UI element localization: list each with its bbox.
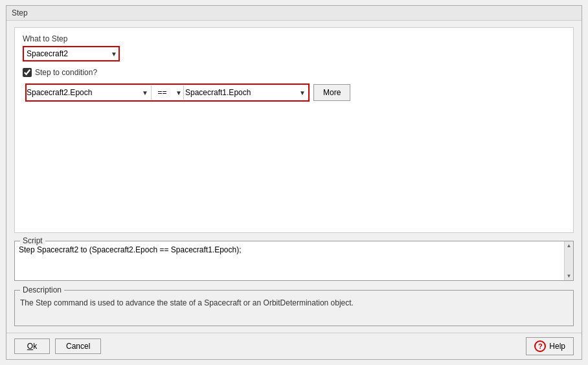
- condition-left-select[interactable]: Spacecraft2.Epoch Spacecraft1.Epoch: [27, 85, 150, 100]
- condition-left-wrapper: Spacecraft2.Epoch Spacecraft1.Epoch ▼: [27, 85, 152, 100]
- step-dialog: Step What to Step Spacecraft2 Spacecraft…: [6, 5, 582, 360]
- cancel-button[interactable]: Cancel: [55, 338, 101, 354]
- step-to-condition-checkbox[interactable]: [23, 68, 32, 77]
- spacecraft-select-wrapper: Spacecraft2 Spacecraft1 OrbitDeterminati…: [23, 46, 120, 61]
- dialog-titlebar: Step: [6, 6, 582, 21]
- description-legend: Description: [20, 285, 64, 294]
- script-legend: Script: [20, 236, 45, 245]
- dialog-title: Step: [12, 8, 28, 17]
- what-to-step-label: What to Step: [23, 34, 565, 43]
- help-icon: ?: [534, 340, 546, 352]
- scroll-up-icon[interactable]: ▲: [567, 243, 572, 249]
- script-text: Step Spacecraft2 to (Spacecraft2.Epoch =…: [15, 241, 564, 280]
- condition-op-select[interactable]: == != < > <= >=: [153, 85, 182, 100]
- dialog-body: What to Step Spacecraft2 Spacecraft1 Orb…: [6, 21, 582, 333]
- condition-row: Spacecraft2.Epoch Spacecraft1.Epoch ▼ ==…: [25, 83, 565, 102]
- what-to-step-row: Spacecraft2 Spacecraft1 OrbitDeterminati…: [23, 46, 565, 61]
- script-scroll: Step Spacecraft2 to (Spacecraft2.Epoch =…: [15, 241, 573, 280]
- description-section: Description The Step command is used to …: [14, 290, 574, 326]
- step-to-condition-label: Step to condition?: [35, 68, 97, 77]
- spacer: [23, 108, 565, 226]
- script-scrollbar[interactable]: ▲ ▼: [564, 241, 573, 280]
- more-button[interactable]: More: [313, 84, 350, 101]
- condition-combined-box: Spacecraft2.Epoch Spacecraft1.Epoch ▼ ==…: [25, 83, 310, 102]
- condition-op-wrapper: == != < > <= >= ▼: [152, 85, 183, 100]
- what-to-step-group: What to Step Spacecraft2 Spacecraft1 Orb…: [23, 34, 565, 61]
- help-button[interactable]: ? Help: [526, 337, 574, 355]
- condition-right-wrapper: Spacecraft1.Epoch Spacecraft2.Epoch ▼: [183, 85, 308, 100]
- help-label: Help: [549, 342, 565, 351]
- main-panel: What to Step Spacecraft2 Spacecraft1 Orb…: [14, 27, 574, 233]
- condition-right-select[interactable]: Spacecraft1.Epoch Spacecraft2.Epoch: [185, 85, 308, 100]
- script-section: Script Step Spacecraft2 to (Spacecraft2.…: [14, 241, 574, 281]
- ok-button[interactable]: Ok: [14, 338, 50, 354]
- dialog-footer: Ok Cancel ? Help: [6, 333, 582, 359]
- spacecraft-select[interactable]: Spacecraft2 Spacecraft1 OrbitDeterminati…: [23, 46, 120, 61]
- scroll-down-icon[interactable]: ▼: [567, 273, 572, 279]
- step-to-condition-row: Step to condition?: [23, 68, 565, 77]
- description-text: The Step command is used to advance the …: [15, 293, 573, 326]
